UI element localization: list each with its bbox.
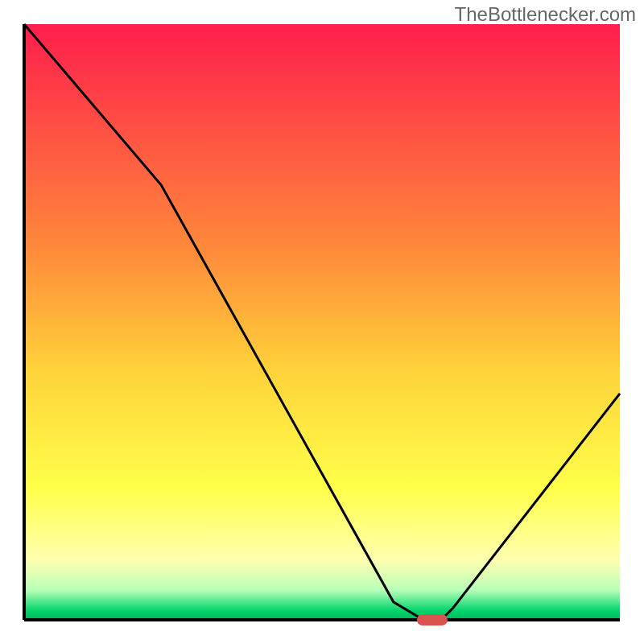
watermark-text: TheBottlenecker.com	[455, 3, 636, 26]
chart-container: TheBottlenecker.com	[0, 0, 644, 644]
gradient-background	[24, 24, 620, 620]
bottleneck-chart	[0, 0, 644, 644]
optimal-marker	[417, 614, 448, 625]
